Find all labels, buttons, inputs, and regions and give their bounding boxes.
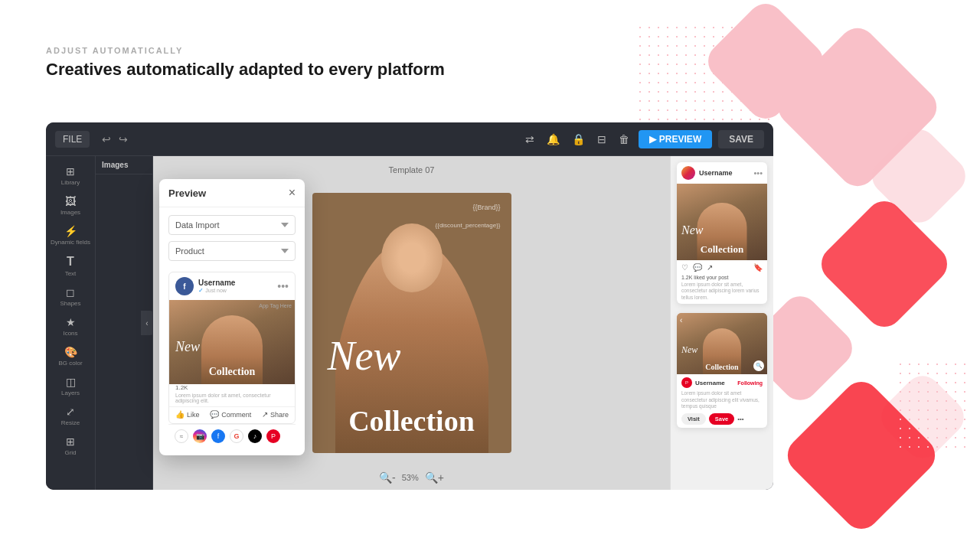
- diamond-2: [771, 21, 944, 194]
- platform-icon-tiktok[interactable]: ♪: [248, 429, 262, 443]
- share-button[interactable]: ↗ Share: [262, 410, 289, 419]
- face-highlight: [381, 223, 443, 292]
- pint-description: Lorem ipsum dolor sit amet consectetur a…: [681, 390, 763, 409]
- sidebar-item-library[interactable]: ⊞ Library: [46, 161, 95, 191]
- pint-username: Username: [695, 380, 734, 386]
- social-app-tag: App Tag Here: [259, 303, 292, 308]
- toolbar-history-icons: ↩ ↪: [102, 133, 128, 145]
- header-section: ADJUST AUTOMATICALLY Creatives automatic…: [46, 46, 445, 80]
- resize-icon: ⤢: [66, 406, 75, 418]
- images-icon: 🖼: [65, 195, 76, 207]
- zoom-out-button[interactable]: 🔍-: [379, 471, 396, 484]
- social-post-text: Lorem ipsum dolor sit amet, consectetur …: [169, 393, 295, 406]
- insta-more-icon[interactable]: •••: [753, 168, 763, 178]
- undo-icon[interactable]: ↩: [102, 133, 111, 145]
- save-button[interactable]: SAVE: [718, 130, 764, 148]
- lock-icon[interactable]: 🔒: [569, 130, 588, 148]
- editor-sidebar: ⊞ Library 🖼 Images ⚡ Dynamic fields T Te…: [46, 156, 96, 490]
- modal-title: Preview: [168, 187, 206, 199]
- sidebar-item-images[interactable]: 🖼 Images: [46, 191, 95, 220]
- images-panel-header: Images: [96, 156, 152, 174]
- images-panel: Images ‹: [96, 156, 153, 490]
- platform-icon-all[interactable]: ≈: [175, 429, 188, 443]
- insta-avatar: [681, 166, 695, 180]
- social-username: Username: [198, 279, 273, 287]
- diamond-7: [780, 374, 942, 536]
- insta-post-image: New Collection: [677, 184, 767, 260]
- ui-container: FILE ↩ ↪ ⇄ 🔔 🔒 ⊟ 🗑 ▶ PREVIEW SAVE ⊞ Li: [46, 122, 773, 490]
- copy-icon[interactable]: ⊟: [594, 130, 609, 148]
- toolbar-left: FILE ↩ ↪: [55, 131, 128, 148]
- data-import-select[interactable]: Data Import: [168, 215, 296, 235]
- zoom-in-button[interactable]: 🔍+: [425, 471, 444, 484]
- main-content: ⊞ Library 🖼 Images ⚡ Dynamic fields T Te…: [46, 156, 773, 490]
- insta-share-icon[interactable]: ↗: [707, 263, 713, 272]
- social-likes: 1.2K: [169, 384, 295, 393]
- instagram-card: Username ••• New Collection ♡ 💬 ↗ 🔖 1.2K…: [677, 162, 767, 304]
- insta-heart-icon[interactable]: ♡: [681, 263, 688, 272]
- template-collection-text: Collection: [320, 404, 504, 438]
- insta-new-text: New: [681, 223, 703, 237]
- sidebar-item-layers[interactable]: ◫ Layers: [46, 371, 95, 401]
- template-label: Template 07: [389, 165, 435, 174]
- comment-icon: 💬: [210, 410, 219, 419]
- sidebar-item-bgcolor[interactable]: 🎨 BG color: [46, 341, 95, 371]
- pint-user-row: P Username Following: [681, 377, 763, 388]
- icons-icon: ★: [66, 316, 76, 328]
- shapes-icon: ◻: [66, 286, 75, 298]
- like-button[interactable]: 👍 Like: [175, 410, 200, 419]
- social-verified: ✓ Just now: [198, 287, 273, 294]
- modal-close-button[interactable]: ×: [289, 187, 296, 199]
- pint-action-buttons: Visit Save •••: [681, 413, 763, 425]
- sidebar-item-text[interactable]: T Text: [46, 250, 95, 282]
- collapse-panel-button[interactable]: ‹: [141, 311, 153, 335]
- product-select[interactable]: Product: [168, 241, 296, 261]
- platform-icon-google[interactable]: G: [230, 429, 243, 443]
- pint-new-text: New: [681, 344, 697, 356]
- insta-post-text: Lorem ipsum dolor sit amet, consectetur …: [677, 282, 767, 304]
- insta-actions: ♡ 💬 ↗ 🔖: [677, 260, 767, 275]
- template-preview[interactable]: {{Brand}} {{discount_percentage}} New Co…: [312, 193, 511, 453]
- platform-icon-facebook[interactable]: f: [211, 429, 225, 443]
- platform-icon-instagram[interactable]: 📷: [193, 429, 207, 443]
- diamond-4: [814, 194, 955, 334]
- insta-header: Username •••: [677, 162, 767, 184]
- preview-button[interactable]: ▶ PREVIEW: [639, 130, 712, 148]
- layers-icon: ◫: [66, 376, 76, 388]
- header-subtitle: ADJUST AUTOMATICALLY: [46, 46, 445, 55]
- pint-image: ‹ New Collection 🔍: [677, 313, 767, 374]
- share-icon: ↗: [262, 410, 268, 419]
- discount-tag: {{discount_percentage}}: [436, 222, 501, 229]
- sidebar-item-shapes[interactable]: ◻ Shapes: [46, 282, 95, 311]
- header-title: Creatives automatically adapted to every…: [46, 60, 445, 80]
- sidebar-item-icons[interactable]: ★ Icons: [46, 311, 95, 341]
- file-button[interactable]: FILE: [55, 131, 90, 148]
- bell-icon[interactable]: 🔔: [544, 130, 563, 148]
- pint-save-button[interactable]: Save: [709, 413, 735, 425]
- shuffle-icon[interactable]: ⇄: [522, 130, 537, 148]
- pint-collection-text: Collection: [680, 363, 764, 371]
- sidebar-item-resize[interactable]: ⤢ Resize: [46, 401, 95, 431]
- sidebar-item-dynamic[interactable]: ⚡ Dynamic fields: [46, 220, 95, 250]
- insta-bookmark-icon[interactable]: 🔖: [753, 263, 763, 272]
- pint-back-icon[interactable]: ‹: [680, 316, 682, 324]
- insta-comment-icon[interactable]: 💬: [693, 263, 702, 272]
- platform-icons-row: ≈ 📷 f G ♪ P: [168, 424, 296, 448]
- platform-icon-pinterest[interactable]: P: [266, 429, 280, 443]
- bgcolor-icon: 🎨: [64, 346, 77, 358]
- trash-icon[interactable]: 🗑: [616, 130, 632, 148]
- zoom-level: 53%: [402, 473, 419, 482]
- like-icon: 👍: [175, 410, 185, 419]
- library-icon: ⊞: [66, 165, 75, 178]
- sidebar-item-grid[interactable]: ⊞ Grid: [46, 431, 95, 461]
- pint-more-icon[interactable]: •••: [737, 416, 743, 422]
- social-more-icon[interactable]: •••: [277, 280, 289, 292]
- diamond-6: [874, 368, 971, 465]
- redo-icon[interactable]: ↪: [119, 133, 128, 145]
- diamond-3: [864, 122, 972, 230]
- preview-modal: Preview × Data Import Product f: [159, 179, 305, 455]
- comment-button[interactable]: 💬 Comment: [210, 410, 251, 419]
- social-collection-text: Collection: [175, 366, 289, 378]
- canvas-zoom-controls: 🔍- 53% 🔍+: [379, 471, 444, 484]
- pint-visit-button[interactable]: Visit: [681, 413, 706, 425]
